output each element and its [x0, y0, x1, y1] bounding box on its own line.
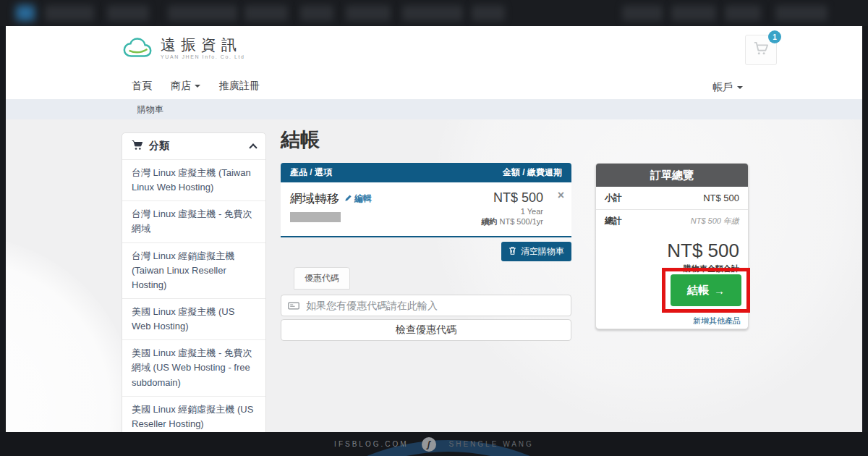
edit-item-link[interactable]: 編輯	[344, 193, 372, 205]
logo-title: 遠振資訊	[161, 35, 245, 54]
footer-site-name: IFSBLOG.COM	[334, 440, 408, 448]
logo-subtitle: YUAN JHEN Info. Co. Ltd	[161, 54, 245, 59]
browser-tab-blurred	[775, 5, 827, 21]
nav-account[interactable]: 帳戶	[712, 81, 743, 94]
browser-tab-blurred	[402, 5, 463, 21]
browser-topbar	[0, 0, 868, 26]
add-more-products-link[interactable]: 新增其他產品	[693, 316, 741, 326]
site-logo[interactable]: 遠振資訊 YUAN JHEN Info. Co. Ltd	[122, 35, 245, 64]
cart-item-renewal: 續約 NT$ 500/1yr	[481, 216, 543, 227]
nav-home[interactable]: 首頁	[132, 80, 152, 93]
category-sidebar-header[interactable]: 分類	[122, 133, 265, 159]
order-summary-title: 訂單總覽	[596, 164, 748, 187]
promo-input-wrap	[281, 295, 571, 316]
total-value: NT$ 500 年繳	[691, 216, 739, 227]
main-nav: 首頁 商店 推廣註冊	[132, 80, 260, 93]
column-product: 產品 / 選項	[290, 166, 332, 179]
cart-icon	[753, 41, 769, 59]
trash-icon	[509, 246, 516, 257]
footer: IFSBLOG.COM ʃ SHENGLE WANG	[0, 432, 868, 456]
chevron-up-icon	[249, 143, 257, 151]
pencil-icon	[344, 194, 352, 204]
page-title: 結帳	[281, 127, 571, 153]
breadcrumb-bar: 購物車	[6, 99, 862, 119]
subtotal-row: 小計 NT$ 500	[596, 187, 748, 210]
cart-item-row: 網域轉移 編輯 NT$ 500 1 Year 續約	[281, 182, 571, 237]
footer-logo-icon: ʃ	[422, 437, 436, 452]
arrow-right-icon: →	[714, 284, 725, 297]
promo-code-tab[interactable]: 優惠代碼	[294, 267, 350, 290]
cart-item-cycle: 1 Year	[481, 207, 543, 216]
footer-author-name: SHENGLE WANG	[449, 440, 534, 448]
renewal-price: NT$ 500/1yr	[499, 217, 543, 226]
subtotal-label: 小計	[605, 192, 622, 204]
cart-item-price-block: NT$ 500 1 Year 續約 NT$ 500/1yr	[481, 190, 562, 227]
clear-cart-row: 清空購物車	[281, 242, 571, 261]
nav-store-label: 商店	[171, 80, 191, 93]
browser-tab-blurred	[244, 5, 288, 21]
sidebar-item-tw-linux-subdomain[interactable]: 台灣 Linux 虛擬主機 - 免費次網域	[122, 200, 265, 242]
browser-icon-blurred	[16, 5, 35, 21]
background-watermark	[6, 236, 136, 432]
grand-total: NT$ 500	[596, 232, 748, 262]
category-sidebar: 分類 台灣 Linux 虛擬主機 (Taiwan Linux Web Hosti…	[122, 132, 266, 432]
cart-item-info: 網域轉移 編輯	[290, 190, 372, 227]
edit-item-label: 編輯	[354, 193, 372, 205]
browser-tab-blurred	[168, 5, 237, 21]
browser-tab-blurred	[671, 5, 716, 21]
browser-tab-blurred	[346, 5, 391, 21]
clear-cart-button[interactable]: 清空購物車	[501, 242, 571, 261]
checkout-button-label: 結帳	[687, 284, 709, 297]
total-row: 總計 NT$ 500 年繳	[596, 210, 748, 232]
column-amount: 金額 / 繳費週期	[503, 166, 562, 179]
browser-tab-blurred	[472, 5, 505, 21]
validate-promo-button[interactable]: 檢查優惠代碼	[281, 319, 571, 341]
clear-cart-label: 清空購物車	[521, 245, 564, 258]
sidebar-item-us-linux[interactable]: 美國 Linux 虛擬主機 (US Web Hosting)	[122, 298, 265, 339]
category-sidebar-title: 分類	[149, 140, 169, 153]
cart-table-header: 產品 / 選項 金額 / 繳費週期	[281, 163, 571, 182]
page: 遠振資訊 YUAN JHEN Info. Co. Ltd 首頁 商店 推廣註冊	[6, 26, 862, 432]
subtotal-value: NT$ 500	[703, 193, 739, 203]
promo-code-input[interactable]	[281, 295, 571, 316]
chevron-down-icon	[195, 85, 200, 88]
renewal-label: 續約	[481, 217, 497, 226]
footer-content: IFSBLOG.COM ʃ SHENGLE WANG	[0, 432, 868, 456]
browser-tab-blurred	[725, 5, 761, 21]
nav-store[interactable]: 商店	[171, 80, 200, 93]
red-highlight-annotation: 結帳 →	[662, 268, 750, 313]
browser-tab-blurred	[45, 5, 94, 21]
site-header: 遠振資訊 YUAN JHEN Info. Co. Ltd 首頁 商店 推廣註冊	[6, 26, 862, 99]
nav-account-label: 帳戶	[712, 81, 733, 94]
total-label: 總計	[605, 215, 622, 227]
breadcrumb: 購物車	[137, 99, 163, 119]
sidebar-item-tw-linux[interactable]: 台灣 Linux 虛擬主機 (Taiwan Linux Web Hosting)	[122, 159, 265, 200]
chevron-down-icon	[737, 86, 743, 89]
cart-icon	[132, 140, 143, 153]
remove-item-button[interactable]: ×	[558, 190, 564, 201]
cart-button[interactable]: 1	[745, 35, 777, 65]
sidebar-item-us-reseller[interactable]: 美國 Linux 經銷虛擬主機 (US Reseller Hosting)	[122, 396, 265, 432]
cart-item-name: 網域轉移	[290, 190, 339, 207]
cart-item-price: NT$ 500	[481, 190, 543, 206]
browser-tab-blurred	[300, 5, 333, 21]
browser-tab-blurred	[107, 5, 149, 21]
nav-affiliate[interactable]: 推廣註冊	[219, 80, 260, 93]
browser-tab-blurred	[622, 5, 663, 21]
ticket-icon	[288, 300, 299, 313]
cart-count-badge: 1	[768, 30, 781, 43]
checkout-main: 結帳 產品 / 選項 金額 / 繳費週期 網域轉移 編輯	[281, 127, 571, 341]
checkout-button[interactable]: 結帳 →	[671, 274, 741, 306]
sidebar-item-tw-reseller[interactable]: 台灣 Linux 經銷虛擬主機 (Taiwan Linux Reseller H…	[122, 242, 265, 298]
sidebar-item-us-linux-subdomain[interactable]: 美國 Linux 虛擬主機 - 免費次網域 (US Web Hosting - …	[122, 339, 265, 395]
cloud-logo-icon	[122, 35, 155, 64]
redacted-domain	[290, 212, 341, 222]
screen: 遠振資訊 YUAN JHEN Info. Co. Ltd 首頁 商店 推廣註冊	[0, 0, 868, 456]
